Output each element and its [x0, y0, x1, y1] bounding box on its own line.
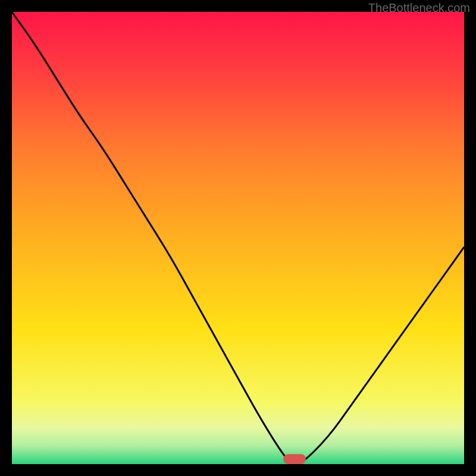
watermark-text: TheBottleneck.com	[368, 1, 470, 15]
chart-container: TheBottleneck.com	[0, 0, 476, 476]
bottleneck-chart	[0, 0, 476, 476]
plot-background	[12, 12, 464, 464]
optimal-marker	[283, 454, 306, 464]
